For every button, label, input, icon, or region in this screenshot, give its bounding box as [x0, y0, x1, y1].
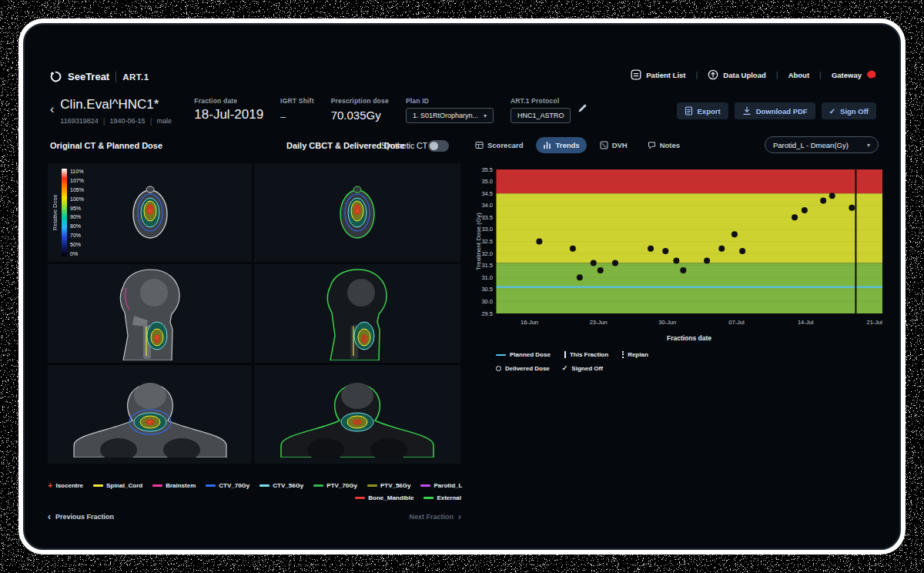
previous-fraction-button[interactable]: ‹ Previous Fraction [48, 511, 114, 522]
legend-label: PTV_70Gy [326, 482, 357, 489]
edit-protocol-button[interactable] [578, 103, 588, 116]
tab-trends[interactable]: Trends [536, 137, 586, 153]
legend-label: Signed Off [571, 365, 602, 372]
sign-off-button[interactable]: ✓ Sign Off [822, 102, 876, 119]
legend-label: Parotid_L [434, 482, 462, 489]
ct-axial-cbct-image[interactable] [333, 182, 381, 243]
y-tick-label: 33.0 [481, 226, 493, 233]
chart-point[interactable] [598, 267, 604, 273]
patient-dob: 1940-06-15 [110, 117, 146, 125]
ct-viewer-grid: Relative Dose 110%107%105%100%95%90%80%7… [48, 163, 460, 464]
chevron-left-icon: ‹ [48, 511, 51, 522]
tab-scorecard[interactable]: Scorecard [468, 137, 530, 153]
ct-panel-axial-cbct[interactable] [254, 163, 460, 262]
y-tick-label: 33.5 [481, 214, 493, 221]
metric-dropdown[interactable]: Parotid_L - Dmean(Gy) ▾ [765, 136, 879, 153]
ct-panel-coronal-cbct[interactable] [254, 365, 460, 464]
tab-notes[interactable]: Notes [641, 137, 687, 153]
y-tick-label: 32.0 [481, 250, 493, 257]
y-tick-label: 32.5 [481, 238, 493, 245]
chart-point[interactable] [802, 207, 808, 213]
structure-swatch [313, 484, 323, 487]
download-pdf-button[interactable]: Download PDF [735, 102, 815, 119]
ct-axial-planned-image[interactable] [126, 182, 174, 243]
export-button[interactable]: Export [677, 102, 728, 119]
chart-point[interactable] [849, 205, 855, 211]
metric-dropdown-value: Parotid_L - Dmean(Gy) [773, 141, 849, 149]
x-tick-label: 23-Jun [590, 319, 608, 326]
chart-point[interactable] [591, 260, 597, 266]
nav-about[interactable]: About [788, 71, 809, 79]
colorbar-label: 0% [70, 251, 84, 256]
tab-label: Trends [555, 141, 579, 149]
signed-off-check-icon: ✓ [562, 364, 568, 372]
nav-gateway[interactable]: Gateway [832, 70, 876, 80]
structure-swatch [420, 484, 430, 487]
trends-icon [543, 141, 551, 149]
ct-sagittal-planned-image[interactable] [102, 266, 199, 360]
y-axis-label: Treatment Dose (Gy) [475, 213, 482, 270]
nav-data-upload[interactable]: Data Upload [708, 69, 765, 80]
colorbar-label: 90% [70, 214, 84, 219]
y-tick-label: 31.5 [481, 262, 493, 269]
y-tick-label: 31.0 [481, 274, 493, 281]
chart-point[interactable] [612, 260, 618, 266]
ct-panel-coronal-planned[interactable] [48, 365, 252, 464]
colorbar-labels: 110%107%105%100%95%90%80%70%50%0% [70, 169, 84, 256]
legend-label: Replan [628, 351, 648, 358]
next-fraction-button[interactable]: Next Fraction › [409, 511, 461, 522]
plan-id-dropdown[interactable]: 1. S01RtOropharyn... ▾ [406, 108, 494, 123]
chart-point[interactable] [536, 239, 542, 245]
synthetic-ct-toggle[interactable] [428, 140, 449, 152]
chart-point[interactable] [570, 246, 576, 252]
tab-label: Scorecard [487, 141, 523, 149]
delivered-dose-swatch [496, 366, 501, 371]
legend-structure: PTV_70Gy [313, 482, 357, 489]
structure-swatch [93, 484, 103, 487]
ct-panel-axial-planned[interactable]: Relative Dose 110%107%105%100%95%90%80%7… [48, 163, 252, 262]
plan-id-value: 1. S01RtOropharyn... [413, 112, 478, 119]
chart-point[interactable] [648, 246, 654, 252]
ct-sagittal-cbct-image[interactable] [309, 266, 406, 360]
view-tabs: Scorecard Trends DVH Notes [468, 137, 687, 153]
ct-panel-sagittal-planned[interactable] [48, 264, 252, 363]
pencil-icon [578, 103, 588, 113]
previous-fraction-label: Previous Fraction [55, 513, 114, 521]
back-button[interactable]: ‹ [50, 103, 54, 116]
check-icon: ✓ [829, 107, 835, 116]
tab-dvh[interactable]: DVH [593, 137, 634, 153]
upload-icon [708, 69, 718, 80]
nav-label: Gateway [832, 71, 862, 79]
chart-point[interactable] [680, 267, 686, 273]
ct-coronal-cbct-image[interactable] [275, 371, 440, 457]
legend-structure: PTV_56Gy [367, 482, 411, 489]
planned-dose-swatch [496, 354, 506, 356]
tab-label: Notes [660, 141, 680, 149]
chart-point[interactable] [662, 248, 668, 254]
chart-point[interactable] [820, 198, 826, 204]
chevron-down-icon: ▾ [484, 112, 487, 119]
legend-structure: Spinal_Cord [93, 482, 142, 489]
chart-point[interactable] [673, 257, 679, 263]
trend-chart[interactable]: 35.535.034.534.033.533.032.532.031.531.0… [474, 165, 885, 350]
legend-isocentre: + Isocentre [48, 481, 83, 490]
legend-label: PTV_56Gy [380, 482, 411, 489]
download-pdf-label: Download PDF [756, 107, 808, 116]
nav-divider: | [776, 70, 778, 79]
chart-point[interactable] [577, 274, 583, 280]
chart-point[interactable] [704, 257, 710, 263]
patient-id: 1169319824 [60, 117, 98, 125]
chart-point[interactable] [718, 246, 725, 252]
dose-colorbar: Relative Dose 110%107%105%100%95%90%80%7… [52, 169, 84, 256]
chart-point[interactable] [829, 193, 835, 199]
chart-point[interactable] [732, 231, 738, 237]
ct-panel-sagittal-cbct[interactable] [254, 264, 460, 363]
chart-point[interactable] [739, 248, 745, 254]
chart-point[interactable] [792, 214, 798, 220]
ct-coronal-planned-image[interactable] [68, 371, 233, 457]
y-tick-label: 35.5 [481, 166, 493, 173]
toggle-knob [430, 142, 438, 150]
legend-label: This Fraction [570, 351, 608, 358]
nav-patient-list[interactable]: Patient List [631, 69, 685, 80]
structure-legend-row-2: Bone_Mandible External [48, 494, 461, 501]
